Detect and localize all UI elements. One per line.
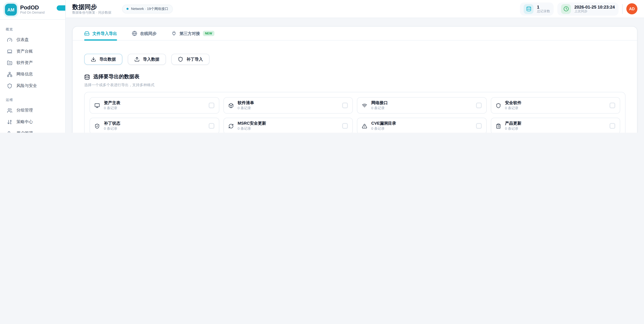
topbar: 数据同步 数据备份与恢复 · 同步数据 Network · 19个网络接口 1 …: [66, 0, 644, 18]
page-subtitle: 数据备份与恢复 · 同步数据: [72, 10, 111, 15]
sync-panel: 文件导入导出 在线同步 第三方对接 NEW: [72, 26, 638, 133]
sidebar-item-policy[interactable]: 策略中心: [3, 117, 62, 127]
folder-code-icon: [7, 60, 12, 65]
tab-label: 在线同步: [140, 30, 156, 36]
patch-import-button[interactable]: 补丁导入: [171, 54, 210, 65]
sidebar-item-label: 用户管理: [16, 131, 33, 133]
table-card-network[interactable]: 网络接口 0 条记录: [357, 97, 486, 114]
table-card-title: 软件清单: [238, 100, 254, 105]
table-card-cve[interactable]: CVE漏洞目录 0 条记录: [357, 118, 486, 133]
checkbox[interactable]: [208, 102, 214, 108]
checkbox[interactable]: [610, 102, 615, 108]
sidebar-item-assets[interactable]: 资产台账: [3, 46, 62, 56]
laptop-icon: [7, 48, 12, 54]
sidebar-item-label: 软件资产: [16, 60, 33, 66]
user-cog-icon: [7, 131, 12, 133]
sidebar-item-label: 仪表盘: [16, 37, 29, 43]
sidebar-item-users[interactable]: 用户管理: [3, 128, 62, 133]
tab-file-import-export[interactable]: 文件导入导出: [84, 27, 117, 40]
brand-text: PodOD Pod On Demand: [20, 4, 45, 15]
table-card-product[interactable]: 产品更新 0 条记录: [490, 118, 620, 133]
alert-triangle-icon: [362, 123, 367, 129]
tables-grid: 资产主表 0 条记录 软件清单 0 条记录: [90, 97, 620, 133]
table-card-security[interactable]: 安全软件 0 条记录: [490, 97, 620, 114]
upload-icon: [134, 57, 140, 62]
table-card-count: 0 条记录: [104, 106, 120, 110]
table-card-assets[interactable]: 资产主表 0 条记录: [90, 97, 219, 114]
topbar-right: 1 总记录数 2026-01-25 10:23:24 上次同步 AD: [520, 2, 638, 15]
table-card-count: 0 条记录: [505, 106, 522, 110]
checkbox[interactable]: [342, 123, 348, 129]
table-card-count: 0 条记录: [238, 106, 254, 110]
table-card-count: 0 条记录: [371, 126, 396, 131]
table-card-title: MSRC安全更新: [238, 121, 266, 126]
package-icon: [228, 103, 234, 108]
sidebar-item-dashboard[interactable]: 仪表盘: [3, 34, 62, 45]
database-icon: [84, 74, 90, 80]
stat-last-sync: 2026-01-25 10:23:24 上次同步: [558, 2, 618, 15]
button-label: 补丁导入: [186, 56, 203, 62]
globe-icon: [132, 31, 137, 36]
brand-avatar: AM: [5, 4, 17, 16]
network-status-text: Network · 19个网络接口: [131, 6, 168, 11]
checkbox[interactable]: [208, 123, 214, 129]
user-avatar[interactable]: AD: [626, 3, 638, 14]
section-title: 选择要导出的数据表: [93, 73, 140, 80]
table-card-count: 0 条记录: [238, 126, 266, 131]
sidebar-item-network[interactable]: 网络信息: [3, 69, 62, 79]
clipboard-list-icon: [496, 123, 501, 129]
checkbox[interactable]: [476, 123, 482, 129]
refresh-icon: [228, 123, 234, 129]
mode-buttons: 导出数据 导入数据 补丁导入: [84, 54, 626, 65]
table-card-patch[interactable]: 补丁状态 0 条记录: [90, 118, 219, 133]
table-card-title: 网络接口: [371, 100, 388, 105]
table-card-software[interactable]: 软件清单 0 条记录: [223, 97, 353, 114]
download-icon: [91, 57, 96, 62]
export-data-button[interactable]: 导出数据: [84, 54, 122, 65]
shield-icon: [7, 83, 12, 88]
content-scroll-area: 文件导入导出 在线同步 第三方对接 NEW: [66, 18, 644, 133]
shield-icon: [496, 103, 501, 108]
table-card-text: CVE漏洞目录 0 条记录: [371, 121, 396, 131]
tables-box: 资产主表 0 条记录 软件清单 0 条记录: [84, 92, 626, 133]
table-card-text: 产品更新 0 条记录: [505, 121, 522, 131]
table-card-title: 补丁状态: [104, 121, 120, 126]
nav-section-label: 运维: [6, 98, 65, 102]
checkbox[interactable]: [342, 102, 348, 108]
stat-value: 2026-01-25 10:23:24: [574, 4, 615, 9]
sidebar-item-software[interactable]: 软件资产: [3, 57, 62, 68]
table-card-count: 0 条记录: [505, 126, 522, 131]
stat-icon-box: [524, 4, 534, 14]
tab-content: 导出数据 导入数据 补丁导入 选择要导出的数据表: [73, 54, 637, 133]
new-badge: NEW: [203, 31, 214, 36]
sidebar-item-label: 策略中心: [16, 119, 33, 125]
stat-icon-box: [561, 4, 571, 14]
table-card-title: 资产主表: [104, 100, 120, 105]
table-card-title: CVE漏洞目录: [371, 121, 396, 126]
checkbox[interactable]: [476, 102, 482, 108]
table-card-text: 资产主表 0 条记录: [104, 100, 120, 110]
tab-label: 第三方对接: [180, 30, 200, 36]
sidebar-item-groups[interactable]: 分组管理: [3, 105, 62, 116]
stat-label: 上次同步: [574, 9, 615, 13]
main-area: 数据同步 数据备份与恢复 · 同步数据 Network · 19个网络接口 1 …: [66, 0, 644, 133]
tab-third-party[interactable]: 第三方对接 NEW: [171, 27, 214, 40]
import-data-button[interactable]: 导入数据: [128, 54, 166, 65]
tab-online-sync[interactable]: 在线同步: [132, 27, 156, 40]
table-section-header: 选择要导出的数据表: [84, 73, 626, 80]
table-card-msrc[interactable]: MSRC安全更新 0 条记录: [223, 118, 353, 133]
stat-label: 总记录数: [537, 9, 550, 13]
stat-text: 2026-01-25 10:23:24 上次同步: [574, 4, 615, 13]
table-card-text: MSRC安全更新 0 条记录: [238, 121, 266, 131]
sidebar-item-risk[interactable]: 风险与安全: [3, 80, 62, 91]
brand-header: AM PodOD Pod On Demand: [0, 0, 65, 20]
stat-value: 1: [537, 4, 550, 9]
table-card-count: 0 条记录: [104, 126, 120, 131]
nav-section-label: 概览: [6, 27, 65, 32]
stat-total-records: 1 总记录数: [520, 2, 554, 15]
users-icon: [7, 108, 12, 113]
checkbox[interactable]: [610, 123, 615, 129]
sidebar-collapse-toggle[interactable]: [57, 5, 65, 11]
sidebar-item-label: 分组管理: [16, 108, 33, 113]
network-icon: [7, 72, 12, 77]
